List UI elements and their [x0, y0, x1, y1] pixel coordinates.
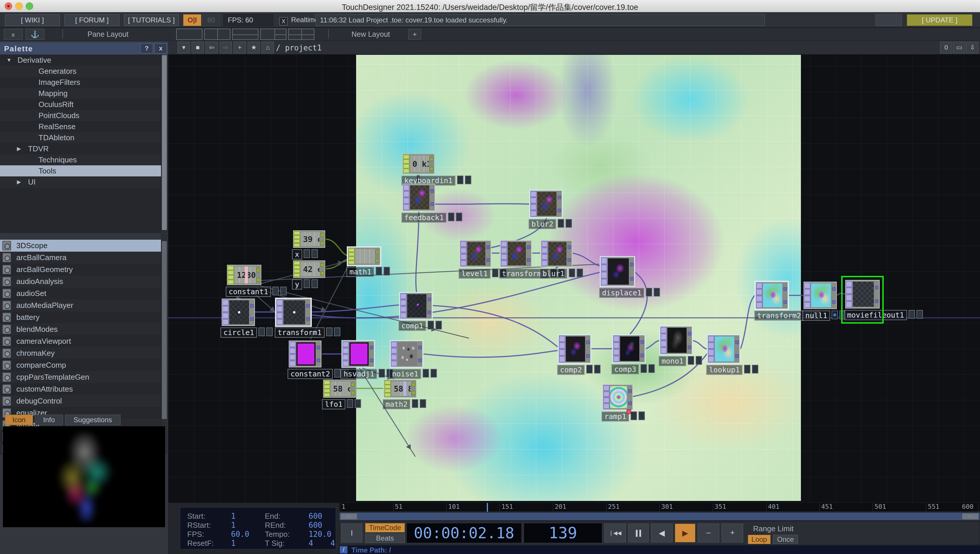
- node-blur2[interactable]: blur2: [530, 190, 563, 218]
- node-display-flag[interactable]: [347, 399, 353, 408]
- output-input-toggle[interactable]: O|I: [183, 14, 201, 26]
- palette-item-blendModes[interactable]: blendModes: [0, 323, 161, 335]
- collapse-icon[interactable]: ⇩: [966, 42, 978, 53]
- node-body[interactable]: [390, 341, 423, 368]
- node-flags[interactable]: [316, 341, 321, 367]
- node-parameter-tabs[interactable]: [222, 299, 229, 325]
- node-display-flag[interactable]: [492, 269, 499, 277]
- network-editor[interactable]: 0 k1keyboardin1feedback1blur2level1trans…: [168, 55, 980, 503]
- node-bypass-flag[interactable]: [594, 365, 601, 374]
- tree-item-derivative[interactable]: ▼Derivative: [0, 54, 161, 65]
- bookmark-star-icon[interactable]: ★: [248, 42, 260, 53]
- pane-menu-dropdown-icon[interactable]: ▾: [178, 42, 190, 53]
- node-body[interactable]: 58.8 chan1: [384, 380, 416, 398]
- frame-ruler[interactable]: 151101151201251301351401451501551600: [339, 503, 980, 512]
- node-name[interactable]: hsvadj1: [341, 369, 377, 379]
- back-icon[interactable]: ⇦: [206, 42, 218, 53]
- node-hsvadj1[interactable]: hsvadj1: [342, 341, 374, 368]
- node-bypass-flag[interactable]: [311, 249, 318, 258]
- range-end-handle[interactable]: ...: [962, 513, 978, 519]
- node-bypass-flag[interactable]: [577, 269, 583, 277]
- node-bypass-flag[interactable]: [465, 175, 471, 184]
- pane-maximize-icon[interactable]: ⌅: [4, 29, 22, 40]
- node-body[interactable]: [530, 190, 563, 218]
- node-bypass-flag[interactable]: [435, 321, 442, 330]
- node-name[interactable]: lfo1: [322, 399, 345, 409]
- node-name[interactable]: math2: [382, 399, 410, 409]
- node-name[interactable]: comp3: [611, 364, 639, 374]
- node-parameter-tabs[interactable]: [559, 335, 565, 363]
- node-comp1[interactable]: comp1: [400, 293, 432, 319]
- node-body[interactable]: [221, 299, 255, 326]
- node-body[interactable]: [602, 384, 633, 410]
- node-comp3[interactable]: comp3: [612, 335, 645, 363]
- layout-left-right-split-button[interactable]: [260, 29, 287, 40]
- palette-item-cameraViewport[interactable]: cameraViewport: [0, 335, 161, 347]
- setting-value[interactable]: 120.0: [309, 530, 331, 538]
- once-button[interactable]: Once: [773, 535, 798, 544]
- node-moviefileout1[interactable]: moviefileout1: [845, 280, 880, 309]
- node-transform1[interactable]: transform1: [276, 299, 311, 326]
- node-body[interactable]: [558, 335, 591, 363]
- setting-value[interactable]: 4: [309, 539, 313, 548]
- node-bypass-flag[interactable]: [266, 328, 273, 336]
- node-bypass-flag[interactable]: [420, 399, 426, 408]
- forward-icon[interactable]: ⇨: [220, 42, 232, 53]
- wiki-button[interactable]: [ WIKI ]: [5, 14, 60, 26]
- node-body[interactable]: [400, 293, 432, 319]
- tab-info[interactable]: Info: [35, 415, 63, 425]
- node-flags[interactable]: [417, 341, 422, 367]
- range-bar[interactable]: ... ...: [339, 512, 980, 521]
- tutorials-button[interactable]: [ TUTORIALS ]: [124, 14, 179, 26]
- node-name[interactable]: constant1: [226, 287, 271, 297]
- node-flags[interactable]: [486, 241, 491, 266]
- node-body[interactable]: [276, 299, 311, 326]
- tree-item-mapping[interactable]: Mapping: [0, 88, 161, 99]
- node-parameter-tabs[interactable]: [804, 282, 811, 309]
- node-name[interactable]: feedback1: [402, 213, 446, 223]
- setting-value[interactable]: 1: [231, 539, 236, 548]
- node-parameter-tabs[interactable]: [660, 326, 667, 354]
- node-lookup1[interactable]: lookup1: [707, 335, 740, 363]
- node-name[interactable]: blur1: [540, 269, 567, 279]
- node-body[interactable]: [755, 282, 788, 309]
- setting-value[interactable]: 4: [330, 539, 335, 548]
- node-bypass-flag[interactable]: [430, 369, 437, 377]
- tree-item-realsense[interactable]: RealSense: [0, 121, 161, 132]
- node-display-flag[interactable]: [569, 269, 575, 277]
- node-bypass-flag[interactable]: [456, 213, 462, 221]
- node-body[interactable]: [460, 240, 491, 267]
- palette-item-3DScope[interactable]: 3DScope: [0, 240, 161, 252]
- node-parameter-tabs[interactable]: [400, 293, 406, 319]
- node-circle1[interactable]: circle1: [221, 299, 255, 326]
- setting-value[interactable]: 1: [231, 512, 236, 521]
- node-body[interactable]: [500, 240, 532, 267]
- node-parameter-tabs[interactable]: [348, 248, 355, 265]
- palette-item-chromaKey[interactable]: chromaKey: [0, 347, 161, 359]
- node-displace1[interactable]: displace1: [600, 256, 635, 287]
- node-display-flag[interactable]: [376, 267, 382, 275]
- node-name[interactable]: mono1: [658, 356, 686, 366]
- node-name[interactable]: displace1: [599, 288, 644, 298]
- node-flags[interactable]: [557, 191, 562, 217]
- tab-suggestions[interactable]: Suggestions: [65, 415, 121, 425]
- jump-to-start-icon[interactable]: ❘◀◀: [604, 524, 626, 542]
- node-name[interactable]: y: [292, 279, 302, 290]
- palette-item-audioAnalysis[interactable]: audioAnalysis: [0, 275, 161, 288]
- tree-item-generators[interactable]: Generators: [0, 65, 161, 77]
- node-bypass-flag[interactable]: [311, 279, 318, 288]
- node-body[interactable]: [707, 335, 740, 363]
- node-math1[interactable]: math1: [348, 247, 380, 265]
- node-body[interactable]: [803, 282, 837, 309]
- node-display-flag[interactable]: [427, 321, 434, 330]
- setting-value[interactable]: 1: [231, 521, 236, 530]
- node-parameter-tabs[interactable]: [384, 380, 391, 397]
- play-forward-icon[interactable]: ▶: [675, 524, 695, 542]
- node-parameter-tabs[interactable]: [403, 154, 410, 174]
- palette-item-customAttributes[interactable]: customAttributes: [0, 383, 161, 395]
- palette-help-button[interactable]: ?: [140, 43, 153, 53]
- node-name[interactable]: moviefileout1: [844, 310, 907, 320]
- palette-item-arcBallCamera[interactable]: arcBallCamera: [0, 252, 161, 264]
- node-display-flag[interactable]: [272, 287, 279, 295]
- node-flags[interactable]: [832, 282, 836, 309]
